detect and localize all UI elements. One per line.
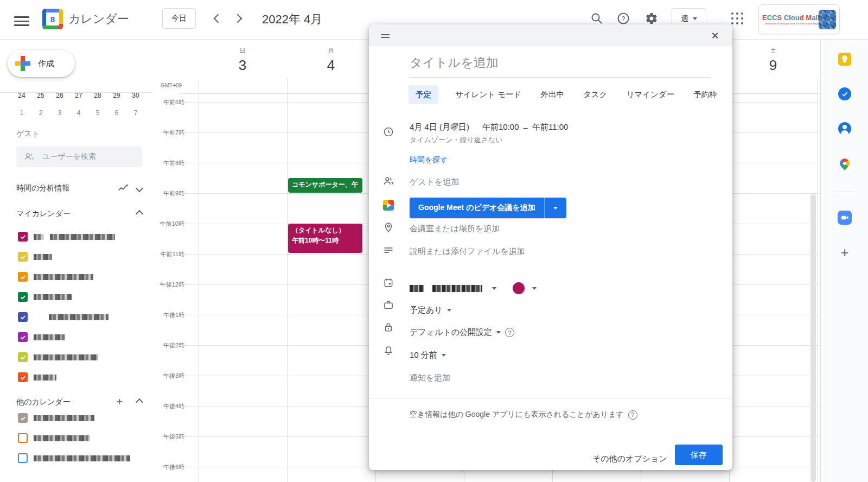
- calendar-list-item[interactable]: [0, 352, 153, 363]
- mini-calendar-day[interactable]: 28: [91, 89, 104, 102]
- calendar-list-item[interactable]: [0, 332, 153, 343]
- event-date[interactable]: 4月 4日 (月曜日): [410, 122, 469, 132]
- meet-options-dropdown[interactable]: [544, 198, 566, 218]
- event-type-tab[interactable]: 外出中: [538, 85, 566, 104]
- chevron-up-icon[interactable]: [136, 398, 143, 405]
- mini-calendar-day[interactable]: 4: [72, 106, 85, 119]
- event-end-time[interactable]: 午前11:00: [532, 122, 568, 132]
- calendar-list-item[interactable]: [0, 231, 153, 242]
- calendar-checkbox[interactable]: [18, 433, 28, 443]
- zoom-icon[interactable]: [833, 208, 857, 227]
- day-header[interactable]: 日3: [221, 47, 264, 74]
- more-options-button[interactable]: その他のオプション: [587, 449, 673, 468]
- today-button[interactable]: 今日: [162, 8, 196, 29]
- next-week-icon[interactable]: [233, 14, 242, 23]
- mini-calendar-day[interactable]: 30: [129, 89, 142, 102]
- event-type-tab[interactable]: 予定: [409, 85, 438, 104]
- event-type-tab[interactable]: サイレント モード: [453, 85, 524, 104]
- my-calendars-section-header[interactable]: マイカレンダー: [16, 209, 142, 219]
- visibility-selector[interactable]: デフォルトの公開設定 ?: [410, 327, 514, 338]
- calendar-checkbox[interactable]: [18, 252, 28, 262]
- contacts-icon[interactable]: [833, 119, 857, 138]
- event-type-tab[interactable]: 予約枠: [691, 85, 719, 104]
- mini-calendar-day[interactable]: 3: [53, 106, 66, 119]
- busy-selector[interactable]: 予定あり: [410, 305, 451, 315]
- mini-calendar-day[interactable]: 2: [34, 106, 47, 119]
- add-meet-button[interactable]: Google Meet のビデオ会議を追加: [410, 198, 566, 218]
- tasks-icon[interactable]: [833, 85, 857, 103]
- calendar-checkbox[interactable]: [18, 352, 28, 362]
- calendar-checkbox[interactable]: [18, 272, 28, 282]
- calendar-checkbox[interactable]: [18, 413, 28, 423]
- help-icon[interactable]: ?: [628, 410, 637, 420]
- add-guests-field[interactable]: ゲストを追加: [410, 177, 459, 187]
- event-color-swatch[interactable]: [513, 282, 525, 294]
- calendar-list-item[interactable]: [0, 312, 153, 322]
- calendar-list-item[interactable]: [0, 291, 153, 302]
- calendar-list-item[interactable]: [0, 271, 153, 282]
- calendar-list-item[interactable]: [0, 413, 153, 423]
- mini-calendar-day[interactable]: 1: [15, 106, 28, 119]
- mini-calendar-day[interactable]: 25: [34, 89, 47, 102]
- help-icon[interactable]: ?: [505, 328, 514, 337]
- notification-selector[interactable]: 10 分前: [410, 350, 446, 360]
- calendar-checkbox[interactable]: [18, 453, 28, 463]
- calendar-list-item[interactable]: [0, 433, 153, 443]
- chevron-down-icon[interactable]: [136, 185, 143, 192]
- event-title-input[interactable]: タイトルを追加: [410, 54, 711, 78]
- day-header[interactable]: 土9: [751, 47, 795, 74]
- calendar-list-item[interactable]: [0, 453, 153, 464]
- other-calendars-section-header[interactable]: 他のカレンダー +: [16, 396, 142, 408]
- mini-calendar-day[interactable]: 7: [129, 106, 142, 119]
- settings-gear-icon[interactable]: [645, 12, 658, 25]
- mini-calendar-day[interactable]: 5: [91, 106, 104, 119]
- mini-calendar-day[interactable]: 29: [110, 89, 123, 102]
- save-button[interactable]: 保存: [675, 445, 723, 465]
- vertical-scrollbar[interactable]: [810, 194, 816, 482]
- time-insights-section[interactable]: 時間の分析情報: [16, 182, 142, 194]
- event-type-tab[interactable]: タスク: [581, 85, 610, 104]
- day-header[interactable]: 月4: [309, 47, 353, 74]
- date-time-row[interactable]: 4月 4日 (月曜日) 午前10:00 – 午前11:00: [410, 122, 568, 132]
- search-users-input[interactable]: ユーザーを検索: [16, 147, 142, 167]
- mini-calendar-day[interactable]: 26: [53, 89, 66, 102]
- help-icon[interactable]: ?: [617, 12, 630, 25]
- get-add-ons-icon[interactable]: +: [833, 243, 857, 262]
- calendar-checkbox[interactable]: [18, 292, 28, 302]
- search-icon[interactable]: [590, 12, 603, 25]
- calendar-event[interactable]: コモンサポーター、午: [288, 178, 362, 193]
- add-description-field[interactable]: 説明または添付ファイルを追加: [410, 246, 525, 257]
- caret-down-icon[interactable]: [532, 287, 537, 290]
- add-notification-button[interactable]: 通知を追加: [410, 373, 450, 383]
- dialog-drag-bar[interactable]: ✕: [369, 24, 732, 46]
- create-button[interactable]: 作成: [8, 50, 75, 77]
- calendar-checkbox[interactable]: [18, 232, 28, 242]
- keep-icon[interactable]: [833, 50, 857, 68]
- main-menu-icon[interactable]: [14, 14, 29, 26]
- event-start-time[interactable]: 午前10:00: [482, 122, 519, 132]
- previous-week-icon[interactable]: [214, 14, 223, 23]
- google-apps-grid-icon[interactable]: [731, 12, 744, 26]
- avatar[interactable]: [819, 10, 836, 29]
- calendar-selector-row[interactable]: [410, 282, 537, 294]
- add-calendar-icon[interactable]: +: [116, 396, 123, 408]
- calendar-checkbox[interactable]: [18, 372, 28, 382]
- event-type-tab[interactable]: リマインダー: [624, 85, 676, 104]
- drag-handle-icon[interactable]: [381, 33, 390, 40]
- find-time-link[interactable]: 時間を探す: [410, 155, 448, 165]
- calendar-checkbox[interactable]: [18, 312, 28, 322]
- mini-calendar-day[interactable]: 27: [72, 89, 85, 102]
- calendar-list-item[interactable]: [0, 372, 153, 383]
- maps-icon[interactable]: [833, 154, 857, 173]
- mini-calendar-day[interactable]: 6: [110, 106, 123, 119]
- chevron-up-icon[interactable]: [136, 210, 143, 218]
- close-icon[interactable]: ✕: [709, 29, 722, 42]
- timezone-recurrence-row[interactable]: タイムゾーン・繰り返さない: [410, 135, 503, 145]
- calendar-checkbox[interactable]: [18, 332, 28, 342]
- calendar-list-item[interactable]: [0, 251, 153, 262]
- mini-calendar-day[interactable]: 24: [15, 89, 28, 102]
- calendar-event[interactable]: （タイトルなし）午前10時〜11時: [288, 224, 362, 253]
- caret-down-icon[interactable]: [492, 287, 496, 290]
- account-badge[interactable]: ECCS Cloud Mail Information Technology C…: [758, 4, 840, 34]
- add-location-field[interactable]: 会議室または場所を追加: [410, 224, 500, 234]
